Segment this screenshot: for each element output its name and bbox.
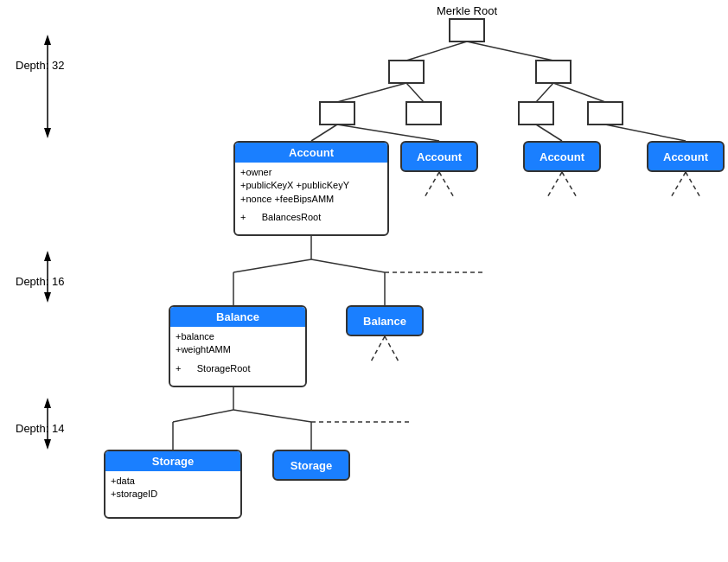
svg-line-3: [406, 42, 467, 61]
svg-line-26: [311, 259, 385, 272]
depth-32-label: Depth: 32: [16, 59, 64, 72]
svg-line-12: [553, 83, 605, 102]
svg-rect-5: [320, 102, 354, 125]
svg-line-29: [370, 336, 385, 363]
diagram-container: Merkle Root Depth: 32 Depth: 16 Depth: 1…: [0, 0, 728, 562]
svg-line-20: [562, 172, 578, 199]
svg-marker-38: [44, 35, 51, 45]
balance1-node: Balance +balance +weightAMM + StorageRoo…: [169, 305, 307, 387]
svg-line-24: [233, 259, 311, 272]
svg-rect-2: [536, 61, 571, 83]
merkle-root-label: Merkle Root: [424, 4, 510, 17]
svg-line-22: [686, 172, 701, 199]
storage2-node: Storage: [272, 450, 350, 481]
svg-rect-10: [588, 102, 623, 125]
depth-16-label: Depth: 16: [16, 275, 64, 288]
svg-line-21: [670, 172, 686, 199]
svg-line-14: [337, 125, 439, 141]
svg-line-4: [467, 42, 553, 61]
svg-marker-41: [44, 251, 51, 261]
balance1-body: +balance +weightAMM + StorageRoot: [170, 327, 305, 379]
svg-line-18: [439, 172, 455, 199]
account1-header: Account: [235, 143, 387, 163]
svg-line-11: [536, 83, 553, 102]
svg-marker-39: [44, 128, 51, 138]
balance2-node: Balance: [346, 305, 424, 336]
depth-14-label: Depth: 14: [16, 422, 64, 435]
account1-body: +owner +publicKeyX +publicKeyY +nonce +f…: [235, 163, 387, 228]
storage1-body: +data +storageID: [105, 471, 240, 505]
svg-line-7: [337, 83, 406, 102]
svg-line-8: [406, 83, 424, 102]
svg-line-30: [385, 336, 399, 363]
account4-node: Account: [647, 141, 725, 172]
svg-rect-9: [519, 102, 553, 125]
balance1-header: Balance: [170, 307, 305, 327]
storage1-node: Storage +data +storageID: [104, 450, 242, 519]
storage1-header: Storage: [105, 451, 240, 471]
svg-rect-0: [450, 19, 484, 42]
svg-line-15: [536, 125, 562, 141]
svg-marker-45: [44, 439, 51, 450]
svg-marker-42: [44, 292, 51, 303]
svg-line-13: [311, 125, 337, 141]
svg-marker-44: [44, 398, 51, 408]
svg-line-16: [605, 125, 686, 141]
svg-line-17: [424, 172, 439, 199]
account1-node: Account +owner +publicKeyX +publicKeyY +…: [233, 141, 389, 236]
svg-line-32: [173, 410, 233, 422]
account3-node: Account: [523, 141, 601, 172]
svg-line-19: [546, 172, 562, 199]
svg-line-34: [233, 410, 311, 422]
account2-node: Account: [400, 141, 478, 172]
svg-rect-6: [406, 102, 441, 125]
svg-rect-1: [389, 61, 424, 83]
